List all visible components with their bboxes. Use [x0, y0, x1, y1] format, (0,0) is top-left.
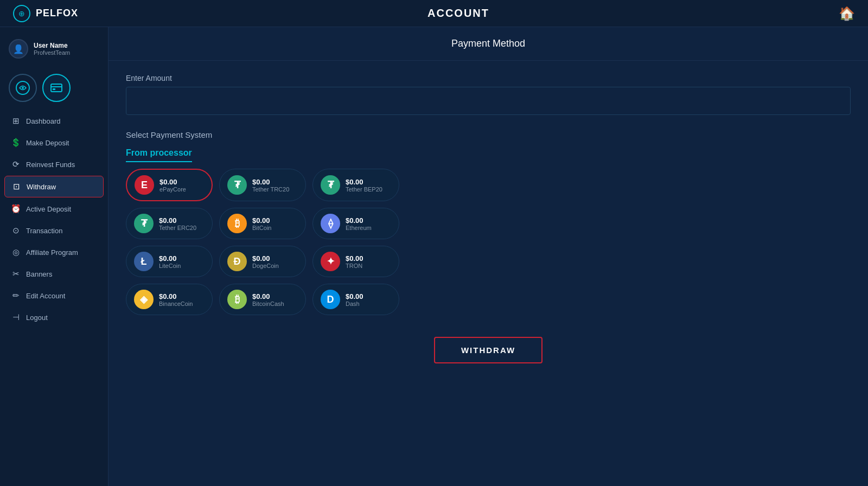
sidebar-item-label: Transaction [26, 227, 62, 235]
affiliate-icon: ◎ [11, 247, 21, 257]
coin-icon-binancecoin: ◈ [134, 290, 154, 309]
sidebar-item-edit-account[interactable]: ✏ Edit Account [4, 285, 104, 306]
sidebar-item-transaction[interactable]: ⊙ Transaction [4, 220, 104, 241]
banners-icon: ✂ [11, 269, 21, 279]
payment-body: Enter Amount ➜ Select Payment System Fro… [108, 61, 868, 376]
coin-icon-tether-erc20: ₮ [134, 214, 154, 233]
payment-name-epaycore: ePayCore [159, 186, 186, 193]
payment-name-bitcoin: BitCoin [252, 225, 271, 231]
main-layout: 👤 User Name ProfvestTeam [0, 27, 868, 486]
sidebar-icon-buttons [0, 69, 108, 111]
home-icon[interactable]: 🏠 [839, 6, 855, 21]
payment-amount-ethereum: $0.00 [346, 216, 372, 225]
payment-name-tron: TRON [346, 263, 363, 269]
payment-option-binancecoin[interactable]: ◈$0.00BinanceCoin [126, 284, 213, 315]
coin-icon-dogecoin: Ð [227, 252, 247, 271]
sidebar-item-banners[interactable]: ✂ Banners [4, 264, 104, 284]
payment-info-tether-trc20: $0.00Tether TRC20 [252, 178, 289, 193]
sidebar-item-label: Logout [26, 314, 48, 322]
coin-icon-tether-bep20: ₮ [321, 175, 340, 195]
payment-info-litecoin: $0.00LiteCoin [159, 254, 181, 269]
avatar: 👤 [9, 39, 28, 59]
sidebar-item-label: Reinvest Funds [26, 161, 75, 169]
sidebar-item-dashboard[interactable]: ⊞ Dashboard [4, 111, 104, 131]
sidebar: 👤 User Name ProfvestTeam [0, 27, 108, 486]
payment-option-tron[interactable]: ✦$0.00TRON [312, 246, 399, 277]
payment-amount-dash: $0.00 [346, 292, 363, 300]
payment-option-dogecoin[interactable]: Ð$0.00DogeCoin [219, 246, 306, 277]
coin-icon-epaycore: E [135, 175, 154, 195]
payment-amount-dogecoin: $0.00 [252, 254, 279, 263]
payment-option-tether-erc20[interactable]: ₮$0.00Tether ERC20 [126, 208, 213, 239]
user-profile: 👤 User Name ProfvestTeam [0, 33, 108, 65]
sidebar-item-label: Withdraw [27, 183, 56, 191]
payment-name-tether-trc20: Tether TRC20 [252, 186, 289, 193]
active-deposit-icon: ⏰ [11, 204, 21, 214]
content-area: Payment Method Enter Amount ➜ Select Pay… [108, 27, 868, 486]
payment-option-tether-bep20[interactable]: ₮$0.00Tether BEP20 [312, 169, 399, 201]
sidebar-item-reinvest-funds[interactable]: ⟳ Reinvest Funds [4, 154, 104, 175]
amount-label: Enter Amount [126, 74, 851, 82]
coin-icon-dash: D [321, 290, 340, 309]
logo-area: ⊕ PELFOX [13, 5, 78, 22]
sidebar-item-logout[interactable]: ⊣ Logout [4, 307, 104, 328]
sidebar-item-label: Active Deposit [26, 205, 71, 213]
user-info: User Name ProfvestTeam [34, 42, 70, 56]
payment-name-tether-erc20: Tether ERC20 [159, 225, 196, 231]
coin-icon-bitcoincash: ₿ [227, 290, 247, 309]
payment-grid: E$0.00ePayCore₮$0.00Tether TRC20₮$0.00Te… [126, 169, 851, 315]
user-team: ProfvestTeam [34, 49, 70, 56]
coin-icon-tether-trc20: ₮ [227, 175, 247, 195]
withdraw-button[interactable]: WITHDRAW [434, 337, 542, 363]
payment-info-dash: $0.00Dash [346, 292, 363, 307]
amount-input-wrapper: ➜ [126, 87, 851, 115]
payment-amount-tether-erc20: $0.00 [159, 216, 196, 225]
payment-amount-tether-bep20: $0.00 [346, 178, 382, 186]
logo-icon: ⊕ [13, 5, 30, 22]
payment-option-bitcoincash[interactable]: ₿$0.00BitcoinCash [219, 284, 306, 315]
payment-name-bitcoincash: BitcoinCash [252, 300, 284, 307]
sidebar-item-affiliate-program[interactable]: ◎ Affiliate Program [4, 242, 104, 263]
sidebar-nav: ⊞ Dashboard 💲 Make Deposit ⟳ Reinvest Fu… [0, 111, 108, 328]
payment-option-ethereum[interactable]: ⟠$0.00Ethereum [312, 208, 399, 239]
sidebar-item-withdraw[interactable]: ⊡ Withdraw [4, 176, 104, 197]
payment-option-bitcoin[interactable]: ₿$0.00BitCoin [219, 208, 306, 239]
payment-info-epaycore: $0.00ePayCore [159, 178, 186, 193]
coin-icon-litecoin: Ł [134, 252, 154, 271]
payment-info-tether-erc20: $0.00Tether ERC20 [159, 216, 196, 231]
svg-point-1 [22, 87, 24, 89]
sidebar-item-label: Edit Account [26, 292, 65, 300]
edit-account-icon: ✏ [11, 291, 21, 300]
withdraw-section: WITHDRAW [126, 337, 851, 363]
sidebar-item-label: Banners [26, 270, 52, 278]
from-processor-label: From processor [126, 148, 192, 162]
logout-icon: ⊣ [11, 312, 21, 322]
logo-text: PELFOX [36, 8, 78, 19]
page-title: ACCOUNT [427, 7, 489, 20]
payment-info-ethereum: $0.00Ethereum [346, 216, 372, 231]
payment-info-bitcoin: $0.00BitCoin [252, 216, 271, 231]
payment-amount-bitcoin: $0.00 [252, 216, 271, 225]
user-name: User Name [34, 42, 70, 49]
amount-input[interactable] [126, 87, 851, 115]
transaction-icon: ⊙ [11, 226, 21, 235]
payment-amount-bitcoincash: $0.00 [252, 292, 284, 300]
sidebar-icon-card[interactable] [42, 74, 71, 102]
svg-rect-4 [53, 88, 55, 90]
payment-option-tether-trc20[interactable]: ₮$0.00Tether TRC20 [219, 169, 306, 201]
sidebar-item-label: Affiliate Program [26, 248, 78, 257]
payment-name-tether-bep20: Tether BEP20 [346, 186, 382, 193]
svg-rect-2 [51, 84, 62, 92]
payment-name-litecoin: LiteCoin [159, 263, 181, 269]
dashboard-icon: ⊞ [11, 116, 21, 126]
payment-amount-binancecoin: $0.00 [159, 292, 193, 300]
coin-icon-tron: ✦ [321, 252, 340, 271]
sidebar-item-make-deposit[interactable]: 💲 Make Deposit [4, 132, 104, 153]
sidebar-icon-wallet[interactable] [9, 74, 37, 102]
sidebar-item-active-deposit[interactable]: ⏰ Active Deposit [4, 199, 104, 219]
payment-option-litecoin[interactable]: Ł$0.00LiteCoin [126, 246, 213, 277]
payment-option-epaycore[interactable]: E$0.00ePayCore [126, 169, 213, 201]
payment-info-binancecoin: $0.00BinanceCoin [159, 292, 193, 307]
payment-option-dash[interactable]: D$0.00Dash [312, 284, 399, 315]
make-deposit-icon: 💲 [11, 138, 21, 148]
